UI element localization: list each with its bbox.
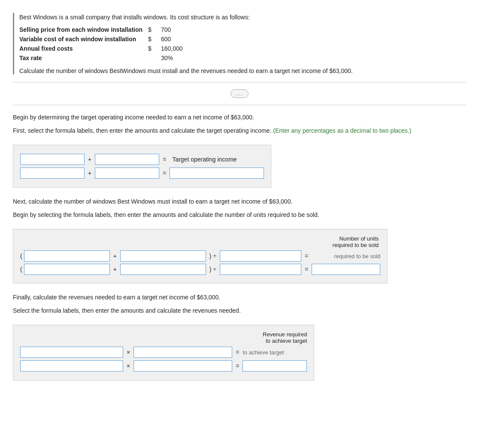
para2-text: First, select the formula labels, then e… [13, 127, 271, 134]
para4: Begin by selecting the formula labels, t… [13, 210, 466, 219]
eq-2: = [163, 170, 166, 177]
selling-price-symbol: $ [148, 26, 161, 33]
selling-price-row: Selling price from each window installat… [19, 26, 466, 33]
units-op-plus-1: + [113, 253, 117, 259]
target-operating-income-label: Target operating income [172, 156, 236, 163]
para2: First, select the formula labels, then e… [13, 126, 466, 135]
rev-op-x-1: × [127, 349, 130, 356]
units-row2-input2[interactable] [120, 264, 206, 275]
paren-1: ( [20, 253, 22, 259]
variable-cost-symbol: $ [148, 36, 161, 43]
selling-price-label: Selling price from each window installat… [19, 26, 148, 33]
revenue-row-1: × = to achieve target [20, 347, 307, 358]
formula-row2-input1[interactable] [20, 168, 85, 179]
units-row2-input1[interactable] [24, 264, 110, 275]
fixed-costs-row: Annual fixed costs $ 160,000 [19, 45, 466, 52]
fixed-costs-symbol: $ [148, 45, 161, 52]
ellipsis-button[interactable]: ... [230, 89, 249, 98]
units-formula-area: Number of units required to be sold ( + … [13, 229, 388, 283]
target-income-formula-area: + = Target operating income + = [13, 145, 271, 188]
units-eq-1: = [305, 253, 308, 259]
units-header-line2: required to be sold [333, 242, 379, 248]
variable-cost-value: 600 [161, 36, 171, 43]
units-row1-right-label: required to be sold [312, 253, 380, 259]
eq-1: = [163, 156, 166, 163]
units-row-1: ( + ) ÷ = required to be sold [20, 250, 380, 262]
formula-row2-result[interactable] [170, 168, 264, 179]
units-row1-input2[interactable] [120, 250, 206, 262]
formula-row1-input2[interactable] [95, 154, 159, 165]
rev-eq-2: = [236, 363, 239, 369]
revenue-row1-right-label: to achieve target [243, 349, 307, 356]
para1: Begin by determining the target operatin… [13, 113, 466, 122]
formula-row1-input1[interactable] [20, 154, 85, 165]
variable-cost-label: Variable cost of each window installatio… [19, 36, 148, 43]
divider-bottom [13, 105, 466, 105]
op-plus-1: + [88, 156, 91, 163]
revenue-row1-input1[interactable] [20, 347, 123, 358]
fixed-costs-label: Annual fixed costs [19, 45, 148, 52]
para5: Finally, calculate the revenues needed t… [13, 293, 466, 302]
tax-rate-label: Tax rate [19, 55, 148, 61]
revenue-row2-input1[interactable] [20, 360, 123, 372]
units-eq-2: = [305, 266, 308, 273]
units-row-2: ( + ) ÷ = [20, 264, 380, 275]
units-close-paren-1: ) ÷ [209, 253, 216, 259]
units-header-line1: Number of units [340, 235, 379, 242]
main-section: Begin by determining the target operatin… [13, 113, 466, 386]
rev-eq-1: = [236, 349, 239, 356]
divider-top [13, 82, 466, 82]
fixed-costs-value: 160,000 [161, 45, 183, 52]
formula-row2-input2[interactable] [95, 168, 159, 179]
revenue-header-line1: Revenue required [263, 331, 307, 338]
revenue-formula-area: Revenue required to achieve target × = t… [13, 325, 314, 381]
revenue-header-line2: to achieve target [266, 338, 307, 344]
revenue-row-2: × = [20, 360, 307, 372]
units-close-paren-2: ) ÷ [209, 266, 216, 273]
units-op-plus-2: + [113, 266, 117, 273]
revenue-header: Revenue required to achieve target [20, 331, 307, 344]
para6: Select the formula labels, then enter th… [13, 306, 466, 315]
units-row2-result[interactable] [312, 264, 380, 275]
rev-op-x-2: × [127, 363, 130, 369]
units-row1-input3[interactable] [220, 250, 301, 262]
tax-rate-row: Tax rate 30% [19, 55, 466, 61]
units-row2-input3[interactable] [220, 264, 301, 275]
intro-text: Best Windows is a small company that ins… [19, 13, 466, 22]
tax-rate-value: 30% [161, 55, 173, 61]
revenue-row2-input2[interactable] [133, 360, 232, 372]
units-header: Number of units required to be sold [20, 235, 380, 248]
intro-section: Best Windows is a small company that ins… [13, 13, 466, 74]
formula-row-1: + = Target operating income [20, 154, 264, 165]
green-note: (Enter any percentages as a decimal to t… [273, 127, 411, 134]
formula-row-2: + = [20, 168, 264, 179]
para3: Next, calculate the number of windows Be… [13, 197, 466, 206]
op-plus-2: + [88, 170, 91, 177]
revenue-row2-result[interactable] [243, 360, 307, 372]
paren-2: ( [20, 266, 22, 273]
revenue-row1-input2[interactable] [133, 347, 232, 358]
calculate-text: Calculate the number of windows BestWind… [19, 67, 466, 74]
variable-cost-row: Variable cost of each window installatio… [19, 36, 466, 43]
units-row1-input1[interactable] [24, 250, 110, 262]
selling-price-value: 700 [161, 26, 171, 33]
